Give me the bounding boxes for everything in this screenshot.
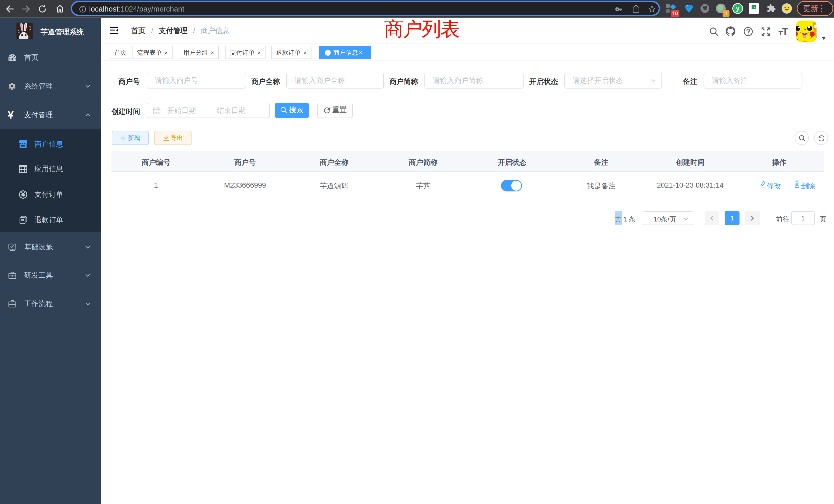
svg-text:y: y — [736, 5, 740, 12]
svg-text:⌘: ⌘ — [702, 5, 708, 12]
